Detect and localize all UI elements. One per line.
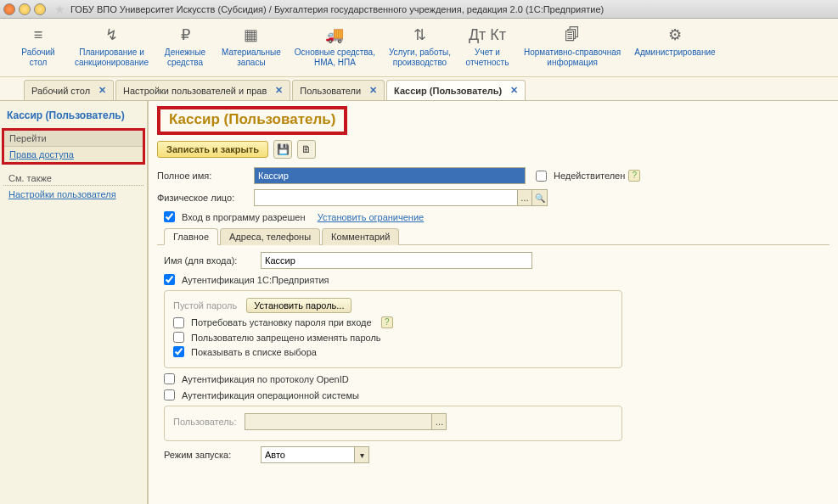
help-icon-2[interactable]: ? [381, 316, 393, 328]
toolbar-label: Услуги, работы,производство [389, 48, 451, 68]
login-allowed-label: Вход в программу разрешен [182, 212, 306, 222]
toolbar-icon: ≡ [15, 25, 61, 44]
help-icon[interactable]: ? [628, 170, 640, 182]
deny-change-password-label: Пользователю запрещено изменять пароль [191, 333, 381, 343]
window-close-icon[interactable] [3, 3, 15, 15]
toolbar-icon: ₽ [162, 25, 208, 44]
physperson-label: Физическое лицо: [157, 193, 250, 203]
tab-close-icon[interactable]: ✕ [275, 85, 283, 96]
toolbar-label: Основные средства,НМА, НПА [295, 48, 375, 68]
invalid-label: Недействителен [554, 171, 625, 181]
leftnav-group-header: Перейти [4, 131, 143, 147]
tab-label: Настройки пользователей и прав [123, 86, 267, 96]
window-max-icon[interactable] [34, 3, 46, 15]
toolbar-icon: ⇅ [389, 25, 451, 44]
tab-close-icon[interactable]: ✕ [369, 85, 377, 96]
os-user-input [245, 413, 431, 430]
empty-password-label: Пустой пароль [173, 300, 237, 311]
window-min-icon[interactable] [19, 3, 31, 15]
main-toolbar: ≡Рабочийстол↯Планирование исанкционирова… [0, 19, 838, 77]
toolbar-icon: ⚙ [634, 25, 715, 44]
toolbar-item-4[interactable]: 🚚Основные средства,НМА, НПА [288, 22, 382, 71]
auth-openid-label: Аутентификация по протоколу OpenID [182, 374, 349, 384]
leftnav-access-rights[interactable]: Права доступа [4, 147, 143, 162]
login-name-label: Имя (для входа): [164, 255, 257, 266]
toolbar-item-7[interactable]: 🗐Нормативно-справочнаяинформация [517, 22, 627, 71]
leftnav-see-also-header: См. также [3, 170, 143, 186]
login-allowed-checkbox[interactable] [164, 211, 175, 222]
toolbar-icon: Дт Кт [464, 25, 510, 44]
os-user-label: Пользователь: [173, 417, 236, 427]
tab-label: Кассир (Пользователь) [394, 86, 502, 96]
save-icon[interactable]: 💾 [273, 140, 292, 159]
fullname-label: Полное имя: [157, 171, 250, 181]
main-content: Кассир (Пользователь) Записать и закрыть… [149, 101, 838, 504]
toolbar-icon: ▦ [222, 25, 281, 44]
toolbar-label: Администрирование [634, 48, 715, 58]
document-tabs: Рабочий стол✕Настройки пользователей и п… [0, 77, 838, 101]
tab-1[interactable]: Настройки пользователей и прав✕ [115, 80, 290, 100]
set-password-button[interactable]: Установить пароль... [246, 298, 352, 313]
auth-openid-checkbox[interactable] [164, 373, 175, 384]
window-titlebar: ★ ГОБУ ВПО Университет Искусств (Субсиди… [0, 0, 838, 19]
save-and-close-button[interactable]: Записать и закрыть [157, 141, 268, 158]
toolbar-item-3[interactable]: ▦Материальныезапасы [215, 22, 288, 71]
fullname-input[interactable] [254, 167, 526, 184]
toolbar-icon: 🚚 [295, 25, 375, 44]
toolbar-item-2[interactable]: ₽Денежныесредства [155, 22, 215, 71]
page-title-highlight: Кассир (Пользователь) [157, 106, 347, 135]
require-password-label: Потребовать установку пароля при входе [191, 317, 372, 328]
show-in-list-checkbox[interactable] [173, 346, 184, 357]
toolbar-label: Учет иотчетность [464, 48, 510, 68]
toolbar-item-0[interactable]: ≡Рабочийстол [8, 22, 68, 71]
require-password-checkbox[interactable] [173, 317, 184, 328]
set-restriction-link[interactable]: Установить ограничение [318, 212, 425, 222]
toolbar-icon: ↯ [75, 25, 149, 44]
launch-mode-dropdown-button[interactable]: ▾ [354, 446, 369, 463]
subtab-0[interactable]: Главное [164, 228, 218, 245]
tab-3[interactable]: Кассир (Пользователь)✕ [386, 80, 526, 100]
toolbar-label: Денежныесредства [162, 48, 208, 68]
login-name-input[interactable] [261, 252, 532, 269]
launch-mode-select[interactable] [261, 446, 354, 463]
subtab-2[interactable]: Комментарий [322, 228, 399, 245]
left-nav: Кассир (Пользователь) Перейти Права дост… [0, 101, 149, 504]
auth-os-panel: Пользователь: … [164, 406, 622, 441]
auth-1c-label: Аутентификация 1С:Предприятия [182, 275, 329, 285]
form-subtabs: ГлавноеАдреса, телефоныКомментарий [157, 227, 830, 245]
show-in-list-label: Показывать в списке выбора [191, 347, 317, 357]
tab-close-icon[interactable]: ✕ [510, 85, 518, 96]
auth-1c-panel: Пустой пароль Установить пароль... Потре… [164, 290, 622, 368]
physperson-input[interactable] [254, 189, 517, 206]
physperson-search-button[interactable]: 🔍 [532, 189, 548, 206]
toolbar-item-1[interactable]: ↯Планирование исанкционирование [68, 22, 155, 71]
tab-label: Пользователи [300, 86, 361, 96]
subtab-1[interactable]: Адреса, телефоны [220, 228, 320, 245]
toolbar-label: Планирование исанкционирование [75, 48, 149, 68]
leftnav-title: Кассир (Пользователь) [3, 106, 143, 128]
star-icon: ★ [54, 3, 65, 16]
leftnav-user-settings[interactable]: Настройки пользователя [3, 186, 143, 203]
invalid-checkbox[interactable] [536, 171, 547, 182]
auth-os-label: Аутентификация операционной системы [182, 390, 359, 400]
toolbar-icon: 🗐 [524, 25, 621, 44]
tab-label: Рабочий стол [31, 86, 90, 96]
toolbar-item-8[interactable]: ⚙Администрирование [627, 22, 722, 71]
window-title: ГОБУ ВПО Университет Искусств (Субсидия)… [70, 4, 604, 14]
toolbar-label: Нормативно-справочнаяинформация [524, 48, 621, 68]
tab-close-icon[interactable]: ✕ [98, 85, 106, 96]
auth-1c-checkbox[interactable] [164, 274, 175, 285]
deny-change-password-checkbox[interactable] [173, 332, 184, 343]
os-user-dots-button[interactable]: … [431, 413, 447, 430]
leftnav-highlight-box: Перейти Права доступа [2, 128, 145, 165]
launch-mode-label: Режим запуска: [164, 450, 257, 460]
toolbar-item-6[interactable]: Дт КтУчет иотчетность [458, 22, 517, 71]
toolbar-label: Рабочийстол [15, 48, 61, 68]
auth-os-checkbox[interactable] [164, 389, 175, 400]
tab-2[interactable]: Пользователи✕ [292, 80, 385, 100]
tab-0[interactable]: Рабочий стол✕ [24, 80, 114, 100]
physperson-dots-button[interactable]: … [517, 189, 532, 206]
list-icon[interactable]: 🗎 [297, 140, 316, 159]
page-title: Кассир (Пользователь) [169, 111, 335, 128]
toolbar-item-5[interactable]: ⇅Услуги, работы,производство [382, 22, 458, 71]
